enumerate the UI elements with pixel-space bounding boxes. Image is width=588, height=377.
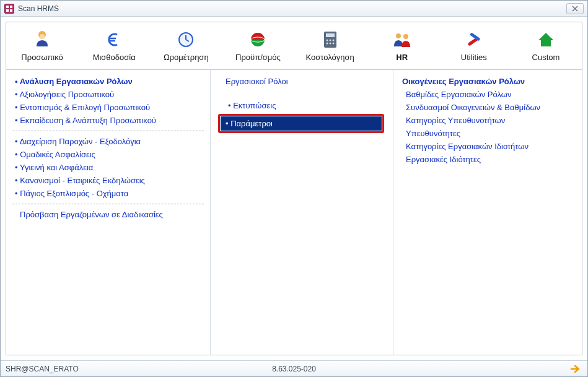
nav-group-insurance[interactable]: Ομαδικές Ασφαλίσεις [12,148,204,161]
separator [12,131,204,131]
toolbar-hr[interactable]: HR [366,22,438,69]
svg-point-23 [403,34,408,39]
right-item-5[interactable]: Κατηγορίες Εργασιακών Ιδιοτήτων [400,140,576,153]
close-icon [571,6,579,12]
nav-employee-access[interactable]: Πρόσβαση Εργαζομένων σε Διαδικασίες [12,208,204,221]
svg-point-18 [332,39,334,41]
globe-icon [247,30,268,49]
nav-recruit[interactable]: Εντοπισμός & Επιλογή Προσωπικού [12,101,204,114]
toolbar-custom[interactable]: Custom [510,22,582,69]
toolbar-time[interactable]: Ωρομέτρηση [150,22,222,69]
right-item-3[interactable]: Κατηγορίες Υπευθυνοτήτων [400,114,576,127]
svg-point-19 [326,42,328,44]
house-icon [535,30,556,49]
app-icon [4,4,14,14]
toolbar-label: HR [396,53,408,62]
titlebar: Scan HRMS [1,1,587,17]
separator [12,204,204,204]
toolbar-label: Μισθοδοσία [93,53,136,62]
tools-icon [463,30,485,49]
svg-point-21 [332,42,334,44]
window-title: Scan HRMS [18,4,566,13]
right-item-1[interactable]: Βαθμίδες Εργασιακών Ρόλων [400,88,576,101]
left-column: Ανάλυση Εργασιακών Ρόλων Αξιολογήσεις Πρ… [6,70,211,355]
panels: Ανάλυση Εργασιακών Ρόλων Αξιολογήσεις Πρ… [6,70,582,355]
nav-equipment[interactable]: Πάγιος Εξοπλισμός - Οχήματα [12,187,204,200]
right-item-4[interactable]: Υπευθυνότητες [400,127,576,140]
clock-icon [175,30,196,49]
mid-item-parameters[interactable]: Παράμετροι [221,116,382,131]
svg-rect-2 [6,9,9,12]
svg-rect-1 [10,6,12,8]
status-center: 8.63.025-020 [1,365,587,373]
highlight-ring: Παράμετροι [218,114,384,133]
svg-point-20 [329,42,331,44]
svg-rect-0 [6,6,9,8]
content-area: Προσωπικό Μισθοδοσία Ωρομέτρηση Προϋπ/σμ… [1,17,587,360]
toolbar-label: Utilities [461,53,487,62]
close-button[interactable] [566,3,584,14]
svg-point-17 [329,39,331,41]
people-icon [392,30,413,49]
person-icon [32,30,53,49]
toolbar-utilities[interactable]: Utilities [438,22,510,69]
calculator-icon [320,30,341,49]
right-item-6[interactable]: Εργασιακές Ιδιότητες [400,153,576,166]
nav-evaluations[interactable]: Αξιολογήσεις Προσωπικού [12,88,204,101]
euro-icon [103,30,125,49]
nav-regulations[interactable]: Κανονισμοί - Εταιρικές Εκδηλώσεις [12,174,204,187]
svg-point-6 [40,34,45,39]
toolbar-label: Κοστολόγηση [305,53,354,62]
toolbar-costing[interactable]: Κοστολόγηση [294,22,366,69]
nav-health-safety[interactable]: Υγιεινή και Ασφάλεια [12,161,204,174]
mid-header[interactable]: Εργασιακοί Ρόλοι [219,75,387,88]
toolbar-budget[interactable]: Προϋπ/σμός [222,22,294,69]
toolbar-label: Ωρομέτρηση [164,53,209,62]
toolbar-payroll[interactable]: Μισθοδοσία [78,22,150,69]
right-header[interactable]: Οικογένειες Εργασιακών Ρόλων [400,75,576,88]
statusbar: SHR@SCAN_ERATO 8.63.025-020 [1,360,587,376]
toolbar-label: Προσωπικό [21,53,63,62]
svg-rect-3 [10,9,12,12]
middle-column: Εργασιακοί Ρόλοι Εκτυπώσεις Παράμετροι [211,70,393,355]
svg-rect-15 [326,33,335,37]
nav-benefits[interactable]: Διαχείριση Παροχών - Εξοδολόγια [12,135,204,148]
right-item-2[interactable]: Συνδυασμοί Οικογενειών & Βαθμίδων [400,101,576,114]
svg-point-16 [326,39,328,41]
main-toolbar: Προσωπικό Μισθοδοσία Ωρομέτρηση Προϋπ/σμ… [6,22,582,70]
svg-point-22 [396,33,401,38]
toolbar-label: Προϋπ/σμός [235,53,281,62]
toolbar-personnel[interactable]: Προσωπικό [6,22,78,69]
toolbar-label: Custom [532,53,560,62]
mid-item-print[interactable]: Εκτυπώσεις [226,99,387,112]
right-column: Οικογένειες Εργασιακών Ρόλων Βαθμίδες Ερ… [393,70,582,355]
nav-analysis-roles[interactable]: Ανάλυση Εργασιακών Ρόλων [12,75,204,88]
nav-training[interactable]: Εκπαίδευση & Ανάπτυξη Προσωπικού [12,114,204,127]
app-window: Scan HRMS Προσωπικό Μισθοδοσία [0,0,588,377]
